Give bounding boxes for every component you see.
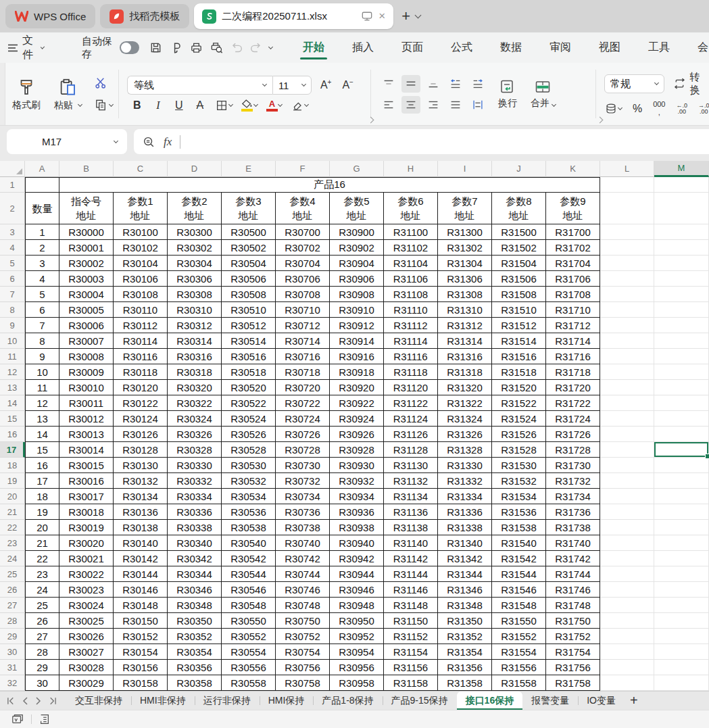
cell[interactable]: R30006 xyxy=(59,318,114,333)
cell[interactable]: R30028 xyxy=(59,660,114,675)
cell[interactable]: R31558 xyxy=(492,675,546,691)
cell[interactable] xyxy=(600,395,654,411)
cell[interactable]: R30934 xyxy=(330,489,384,504)
cell[interactable]: R31334 xyxy=(438,489,492,504)
autosave-toggle[interactable] xyxy=(120,41,139,54)
menu-tab-审阅[interactable]: 审阅 xyxy=(549,34,572,61)
row-header-15[interactable]: 15 xyxy=(0,411,25,427)
row-header-8[interactable]: 8 xyxy=(0,302,25,318)
cell[interactable] xyxy=(600,598,654,613)
cell[interactable] xyxy=(600,364,654,380)
cell[interactable]: R30021 xyxy=(59,551,114,566)
cell[interactable]: R30950 xyxy=(330,613,384,629)
column-header-F[interactable]: F xyxy=(276,161,330,177)
sheet-tab-HMI保持[interactable]: HMI保持 xyxy=(260,691,314,710)
cell[interactable] xyxy=(600,224,654,240)
cell[interactable]: R30116 xyxy=(114,349,168,364)
cell[interactable] xyxy=(600,380,654,395)
cell[interactable]: R30700 xyxy=(276,224,330,240)
cell[interactable] xyxy=(600,613,654,629)
cell[interactable]: R30019 xyxy=(59,520,114,535)
cell[interactable]: R31752 xyxy=(546,629,600,644)
cell[interactable]: R31528 xyxy=(492,442,546,458)
cell[interactable]: R30029 xyxy=(59,675,114,691)
align-middle-button[interactable] xyxy=(401,75,420,93)
cell[interactable]: R30100 xyxy=(114,224,168,240)
cell[interactable]: 29 xyxy=(25,660,59,675)
cell[interactable]: R30306 xyxy=(168,271,222,287)
cell[interactable]: R30308 xyxy=(168,287,222,302)
cell[interactable]: R30748 xyxy=(276,598,330,613)
cell[interactable] xyxy=(654,333,709,349)
cell[interactable]: R30320 xyxy=(168,380,222,395)
cell[interactable]: R30754 xyxy=(276,644,330,660)
cell[interactable]: R31152 xyxy=(384,629,438,644)
cell[interactable]: 13 xyxy=(25,411,59,427)
cell[interactable]: R31714 xyxy=(546,333,600,349)
cell[interactable]: R31340 xyxy=(438,535,492,551)
formula-input-box[interactable]: fx xyxy=(134,129,709,154)
sheet-tab-交互非保持[interactable]: 交互非保持 xyxy=(66,691,131,710)
cell[interactable] xyxy=(600,473,654,489)
cell[interactable]: R31532 xyxy=(492,473,546,489)
cell[interactable] xyxy=(654,520,709,535)
cell[interactable]: R30900 xyxy=(330,224,384,240)
cell[interactable] xyxy=(654,535,709,551)
cell[interactable] xyxy=(654,566,709,582)
cell[interactable]: R31722 xyxy=(546,395,600,411)
cell[interactable]: 7 xyxy=(25,318,59,333)
cell[interactable]: R30026 xyxy=(59,629,114,644)
tab-list-chevron-icon[interactable] xyxy=(415,12,422,19)
cell[interactable]: R30146 xyxy=(114,582,168,598)
spreadsheet-grid[interactable]: ABCDEFGHIJKLM1产品162数量指令号地址参数1地址参数2地址参数3地… xyxy=(0,161,709,691)
cell[interactable]: R31516 xyxy=(492,349,546,364)
cell[interactable]: R31342 xyxy=(438,551,492,566)
cell[interactable]: R30508 xyxy=(222,287,276,302)
cell[interactable]: R30002 xyxy=(59,256,114,271)
cell[interactable]: R30920 xyxy=(330,380,384,395)
cell[interactable]: 10 xyxy=(25,364,59,380)
cell[interactable]: R30112 xyxy=(114,318,168,333)
cell[interactable]: 24 xyxy=(25,582,59,598)
row-header-16[interactable]: 16 xyxy=(0,427,25,442)
add-sheet-button[interactable]: + xyxy=(625,691,643,710)
row-header-14[interactable]: 14 xyxy=(0,395,25,411)
cell[interactable] xyxy=(654,644,709,660)
cell[interactable]: R30300 xyxy=(168,224,222,240)
cell[interactable]: R31328 xyxy=(438,442,492,458)
header-cell[interactable]: 参数2地址 xyxy=(168,193,222,224)
cell[interactable]: R31710 xyxy=(546,302,600,318)
row-header-1[interactable]: 1 xyxy=(0,177,25,193)
row-header-20[interactable]: 20 xyxy=(0,489,25,504)
cell[interactable] xyxy=(654,271,709,287)
cell[interactable]: R30716 xyxy=(276,349,330,364)
cell-A1[interactable] xyxy=(25,177,59,193)
cell[interactable] xyxy=(654,349,709,364)
menu-tab-公式[interactable]: 公式 xyxy=(450,34,473,61)
header-cell[interactable]: 参数6地址 xyxy=(384,193,438,224)
cell[interactable]: R30554 xyxy=(222,644,276,660)
cell[interactable]: R30926 xyxy=(330,427,384,442)
column-header-M[interactable]: M xyxy=(654,161,709,177)
fx-icon[interactable]: fx xyxy=(164,135,172,149)
cell[interactable]: R30120 xyxy=(114,380,168,395)
menu-tab-会[interactable]: 会 xyxy=(697,34,709,61)
cell[interactable]: R30142 xyxy=(114,551,168,566)
cell[interactable]: R31330 xyxy=(438,458,492,473)
cell[interactable] xyxy=(600,442,654,458)
wps-office-tab[interactable]: WPS Office xyxy=(5,4,95,28)
merged-title-cell[interactable]: 产品16 xyxy=(59,177,600,193)
cell[interactable]: R30324 xyxy=(168,411,222,427)
cell[interactable]: R30710 xyxy=(276,302,330,318)
cell[interactable]: R30334 xyxy=(168,489,222,504)
decrease-decimal-button[interactable]: →.0 .00 xyxy=(698,103,709,116)
cell[interactable] xyxy=(654,489,709,504)
cell[interactable]: R31502 xyxy=(492,240,546,256)
cell[interactable]: R31708 xyxy=(546,287,600,302)
cell[interactable]: R30015 xyxy=(59,458,114,473)
cell[interactable]: R30318 xyxy=(168,364,222,380)
cell[interactable]: R31734 xyxy=(546,489,600,504)
cell[interactable]: R31108 xyxy=(384,287,438,302)
underline-button[interactable]: U xyxy=(173,99,185,112)
cell[interactable]: R31700 xyxy=(546,224,600,240)
